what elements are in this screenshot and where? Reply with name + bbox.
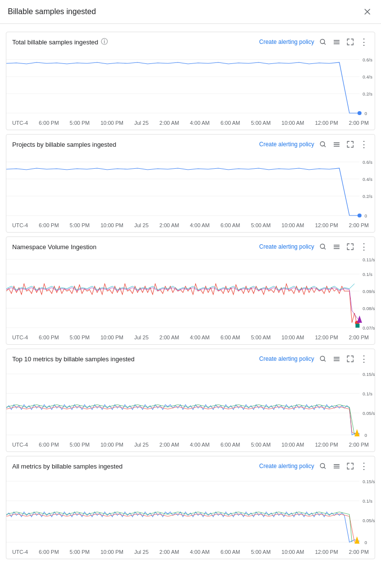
x-label: 12:00 PM bbox=[315, 222, 338, 228]
fullscreen-icon-5[interactable] bbox=[345, 461, 355, 471]
svg-rect-36 bbox=[356, 324, 360, 328]
svg-text:0.6/s: 0.6/s bbox=[362, 58, 373, 62]
x-label: Jul 25 bbox=[134, 222, 148, 228]
svg-rect-1 bbox=[334, 40, 340, 41]
svg-rect-29 bbox=[334, 248, 340, 249]
chart-title-4: Top 10 metrics by billable samples inges… bbox=[12, 355, 135, 363]
create-alert-link-5[interactable]: Create alerting policy bbox=[259, 463, 314, 470]
svg-rect-43 bbox=[334, 357, 340, 358]
more-icon-3[interactable]: ⋮ bbox=[359, 242, 369, 252]
x-label: 5:00 PM bbox=[70, 120, 90, 126]
legend-icon-1[interactable] bbox=[332, 37, 341, 47]
chart-panel-all-metrics: All metrics by billable samples ingested… bbox=[6, 456, 375, 559]
svg-rect-44 bbox=[334, 359, 340, 360]
x-label: 5:00 PM bbox=[70, 549, 90, 555]
more-icon-1[interactable]: ⋮ bbox=[359, 37, 369, 47]
create-alert-link-2[interactable]: Create alerting policy bbox=[259, 141, 314, 148]
search-icon-5[interactable] bbox=[318, 461, 328, 471]
x-label: 10:00 PM bbox=[100, 222, 123, 228]
x-label: 4:00 AM bbox=[190, 334, 209, 340]
chart-panel-top10: Top 10 metrics by billable samples inges… bbox=[6, 349, 375, 452]
x-label: 5:00 AM bbox=[251, 549, 270, 555]
x-label: 10:00 AM bbox=[281, 222, 304, 228]
x-label: 6:00 PM bbox=[39, 442, 59, 448]
x-label: 4:00 AM bbox=[190, 442, 209, 448]
svg-text:0.4/s: 0.4/s bbox=[362, 75, 373, 79]
x-label: UTC-4 bbox=[12, 334, 28, 340]
charts-container: Total billable samples ingested ⓘ Create… bbox=[0, 24, 381, 567]
x-label: UTC-4 bbox=[12, 442, 28, 448]
svg-rect-55 bbox=[334, 464, 340, 465]
close-button[interactable] bbox=[361, 6, 373, 18]
create-alert-link-4[interactable]: Create alerting policy bbox=[259, 355, 314, 362]
x-label: 6:00 AM bbox=[221, 549, 240, 555]
search-icon-3[interactable] bbox=[318, 242, 328, 252]
x-label: 2:00 PM bbox=[349, 120, 369, 126]
legend-icon-2[interactable] bbox=[332, 139, 341, 149]
chart-svg-5: 0.15/s 0.1/s 0.05/s 0 bbox=[6, 474, 375, 547]
svg-text:0: 0 bbox=[364, 433, 367, 438]
x-label: 6:00 PM bbox=[39, 222, 59, 228]
legend-icon-5[interactable] bbox=[332, 461, 341, 471]
legend-icon-3[interactable] bbox=[332, 242, 341, 252]
chart-actions-2: Create alerting policy ⋮ bbox=[259, 139, 369, 149]
more-icon-2[interactable]: ⋮ bbox=[359, 139, 369, 149]
fullscreen-icon-3[interactable] bbox=[345, 242, 355, 252]
x-label: 2:00 PM bbox=[349, 442, 369, 448]
svg-text:0.05/s: 0.05/s bbox=[362, 411, 375, 416]
legend-icon-4[interactable] bbox=[332, 354, 341, 364]
chart-actions-3: Create alerting policy ⋮ bbox=[259, 242, 369, 252]
chart-title-5: All metrics by billable samples ingested bbox=[12, 463, 122, 470]
x-label: 12:00 PM bbox=[315, 120, 338, 126]
svg-rect-14 bbox=[334, 142, 340, 143]
info-icon-1[interactable]: ⓘ bbox=[101, 38, 108, 46]
x-label: 10:00 PM bbox=[100, 549, 123, 555]
svg-rect-27 bbox=[334, 245, 340, 246]
more-icon-4[interactable]: ⋮ bbox=[359, 354, 369, 364]
svg-rect-2 bbox=[334, 42, 340, 43]
x-label: 10:00 PM bbox=[100, 442, 123, 448]
modal-title: Billable samples ingested bbox=[8, 7, 96, 16]
search-icon-1[interactable] bbox=[318, 37, 328, 47]
x-label: 2:00 AM bbox=[160, 549, 179, 555]
fullscreen-icon-4[interactable] bbox=[345, 354, 355, 364]
search-icon-2[interactable] bbox=[318, 139, 328, 149]
fullscreen-icon-1[interactable] bbox=[345, 37, 355, 47]
svg-text:0: 0 bbox=[364, 540, 367, 545]
svg-text:0: 0 bbox=[364, 214, 367, 218]
chart-inner-3: 0.11/s 0.1/s 0.09/s 0.08/s 0.07/s bbox=[6, 255, 375, 333]
x-label: 5:00 AM bbox=[251, 334, 270, 340]
svg-rect-56 bbox=[334, 466, 340, 467]
x-label: 6:00 AM bbox=[221, 334, 240, 340]
x-label: 10:00 AM bbox=[281, 120, 304, 126]
create-alert-link-1[interactable]: Create alerting policy bbox=[259, 39, 314, 45]
chart-header-1: Total billable samples ingested ⓘ Create… bbox=[6, 32, 375, 50]
chart-title-area-2: Projects by billable samples ingested bbox=[12, 141, 116, 148]
chart-title-area-3: Namespace Volume Ingestion bbox=[12, 243, 97, 251]
chart-actions-4: Create alerting policy ⋮ bbox=[259, 354, 369, 364]
x-label: 5:00 PM bbox=[70, 222, 90, 228]
fullscreen-icon-2[interactable] bbox=[345, 139, 355, 149]
x-label: 5:00 AM bbox=[251, 222, 270, 228]
svg-rect-57 bbox=[334, 468, 340, 469]
search-icon-4[interactable] bbox=[318, 354, 328, 364]
chart-inner-2: 0.6/s 0.4/s 0.2/s 0 bbox=[6, 152, 375, 220]
chart-title-area-4: Top 10 metrics by billable samples inges… bbox=[12, 355, 135, 363]
x-label: Jul 25 bbox=[134, 442, 148, 448]
chart-title-2: Projects by billable samples ingested bbox=[12, 141, 116, 148]
svg-text:0: 0 bbox=[364, 111, 367, 116]
svg-point-21 bbox=[358, 214, 361, 217]
x-label: 2:00 AM bbox=[160, 442, 179, 448]
x-label: 10:00 PM bbox=[100, 120, 123, 126]
x-label: 6:00 PM bbox=[39, 334, 59, 340]
svg-rect-3 bbox=[334, 43, 340, 44]
chart-footer-2: UTC-4 6:00 PM 5:00 PM 10:00 PM Jul 25 2:… bbox=[6, 220, 375, 232]
x-label: 6:00 AM bbox=[221, 120, 240, 126]
x-label: 2:00 PM bbox=[349, 549, 369, 555]
create-alert-link-3[interactable]: Create alerting policy bbox=[259, 243, 314, 250]
chart-svg-4: 0.15/s 0.1/s 0.05/s 0 bbox=[6, 367, 375, 440]
more-icon-5[interactable]: ⋮ bbox=[359, 461, 369, 471]
chart-footer-1: UTC-4 6:00 PM 5:00 PM 10:00 PM Jul 25 2:… bbox=[6, 118, 375, 130]
svg-text:0.09/s: 0.09/s bbox=[362, 289, 375, 294]
x-label: 5:00 PM bbox=[70, 334, 90, 340]
